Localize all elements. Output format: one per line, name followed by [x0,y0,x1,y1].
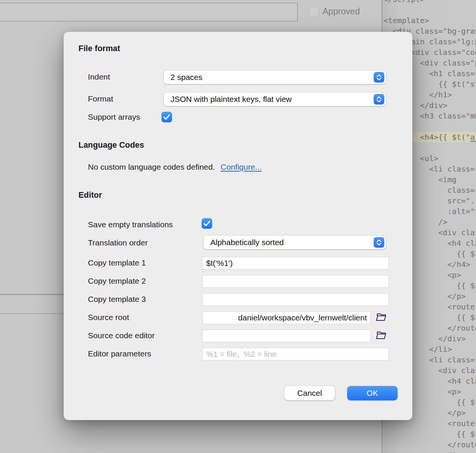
editor-parameters-input[interactable]: %1 = file, %2 = line [202,348,389,361]
approved-checkbox-row: Approved [309,6,360,17]
copy-template-1-input[interactable]: $t('%1') [202,257,389,270]
checkmark-icon [202,218,212,229]
copy-template-1-value: $t('%1') [206,259,233,268]
editor-parameters-placeholder: %1 = file, %2 = line [206,350,277,359]
translation-text-area[interactable] [0,3,298,22]
code-line: </script> [382,0,476,5]
approved-label: Approved [323,6,360,17]
copy-template-2-label: Copy template 2 [88,276,146,286]
indent-label: Indent [88,72,110,82]
approved-checkbox[interactable] [309,6,319,17]
code-line: </route [382,439,476,450]
configure-link[interactable]: Configure... [221,162,262,172]
editor-parameters-label: Editor parameters [88,349,151,359]
support-arrays-checkbox[interactable] [161,112,172,122]
code-line: </div [382,450,476,453]
source-code-editor-browse-button[interactable] [375,330,387,342]
chevron-up-down-icon [374,94,384,105]
format-label: Format [88,94,113,104]
file-format-heading: File format [78,44,120,53]
support-arrays-label: Support arrays [88,112,140,122]
folder-icon [375,312,387,323]
translation-order-label: Translation order [88,238,148,248]
indent-select[interactable]: 2 spaces [164,70,386,84]
format-select[interactable]: JSON with plaintext keys, flat view [164,92,386,106]
code-line [382,5,476,15]
source-root-input[interactable]: daniel/workspace/vbv_lernwelt/client [202,311,371,324]
language-codes-status: No custom language codes defined. [88,162,215,172]
language-codes-heading: Language Codes [78,140,144,150]
cancel-button[interactable]: Cancel [284,386,335,400]
source-code-editor-label: Source code editor [88,331,155,341]
code-line: {{ $t [382,429,476,439]
copy-template-3-input[interactable] [202,293,389,306]
save-empty-translations-checkbox[interactable] [202,218,212,229]
code-line: <template> [382,15,476,26]
copy-template-3-label: Copy template 3 [88,294,146,304]
chevron-up-down-icon [374,72,384,83]
save-empty-translations-label: Save empty translations [88,220,173,230]
translation-order-select[interactable]: Alphabetically sorted [204,236,386,249]
source-code-editor-input[interactable] [202,330,371,342]
chevron-up-down-icon [374,237,384,248]
settings-dialog: File format Indent 2 spaces Format JSON … [64,32,412,420]
folder-icon [375,330,387,341]
copy-template-2-input[interactable] [202,275,389,288]
copy-template-1-label: Copy template 1 [88,258,146,268]
translation-order-select-value: Alphabetically sorted [210,238,284,247]
ok-button[interactable]: OK [347,386,398,400]
source-root-browse-button[interactable] [375,312,387,324]
source-root-label: Source root [88,312,129,322]
indent-select-value: 2 spaces [171,73,202,82]
format-select-value: JSON with plaintext keys, flat view [171,95,292,104]
source-root-value: daniel/workspace/vbv_lernwelt/client [238,313,367,322]
language-codes-row: No custom language codes defined. Config… [88,162,262,172]
checkmark-icon [161,112,172,122]
editor-heading: Editor [78,190,102,200]
